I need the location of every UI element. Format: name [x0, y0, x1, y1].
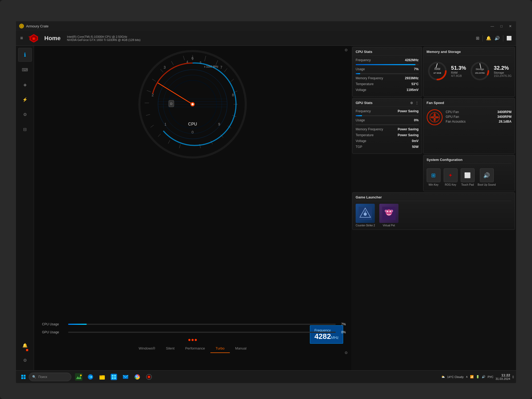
cpu-freq-label: Frequency	[356, 58, 371, 62]
svg-rect-79	[21, 375, 23, 377]
game-item-virtual-pet[interactable]: Virtual Pet	[379, 204, 398, 227]
mode-settings-icon[interactable]: ⚙	[344, 351, 348, 355]
svg-point-71	[364, 213, 367, 216]
network-icon[interactable]: 📶	[470, 375, 474, 379]
tab-performance[interactable]: Performance	[180, 344, 210, 353]
cpu-voltage-value: 1195mV	[406, 88, 418, 92]
tablet-icon[interactable]: ⬜	[506, 36, 512, 41]
rog-key-label: ROG Key	[445, 183, 456, 186]
svg-rect-93	[114, 377, 116, 379]
storage-detail: 153.2/476.3G	[494, 74, 512, 77]
boot-sound-icon-box: 🔊	[480, 168, 494, 182]
taskbar: 🔍 Поиск	[16, 370, 516, 383]
tab-turbo[interactable]: Turbo	[210, 344, 230, 353]
cpu-temp-row: Temperature 53°C	[356, 82, 419, 86]
grid-view-icon[interactable]: ⊞	[476, 36, 479, 41]
svg-line-31	[158, 134, 161, 137]
svg-point-49	[192, 103, 194, 105]
svg-point-97	[136, 376, 138, 378]
game-item-cs2[interactable]: Counter-Strike 2	[356, 204, 375, 227]
gpu-mem-freq-label: Memory Frequency	[356, 127, 383, 131]
taskbar-app-chrome[interactable]	[132, 372, 143, 382]
notifications-icon[interactable]: 🔔	[486, 36, 491, 41]
sys-config-touchpad[interactable]: ⬜ Touch Pad	[461, 168, 475, 186]
svg-text:3: 3	[164, 65, 166, 69]
svg-text:RAM: RAM	[434, 68, 440, 70]
gpu-voltage-label: Voltage	[356, 139, 366, 143]
taskbar-app-store[interactable]	[109, 372, 119, 382]
storage-gauge-svg: Storage 153.2/476G	[469, 60, 491, 82]
system-tray-chevron[interactable]: ∧	[466, 375, 468, 379]
app-container: ≡ ROG Home Intel(R) Core(TM) i5-10300H C…	[16, 31, 516, 370]
svg-text:Storage: Storage	[476, 68, 484, 70]
right-panel: CPU Stats Frequency 4282MHz Usage 7%	[351, 46, 516, 370]
fan-acoustics-value: 28.1dBA	[499, 120, 512, 123]
rog-key-icon-box: ✦	[444, 168, 458, 182]
svg-text:ROG: ROG	[28, 36, 32, 38]
taskbar-app-widget[interactable]	[73, 372, 84, 382]
hamburger-menu-icon[interactable]: ≡	[20, 35, 23, 41]
gpu-usage-bar	[68, 332, 336, 333]
cpu-stats-card: CPU Stats Frequency 4282MHz Usage 7%	[352, 47, 422, 97]
svg-point-77	[385, 210, 387, 212]
sys-config-win-key[interactable]: ⊞ Win Key	[427, 168, 440, 186]
sidebar-item-system[interactable]: ⊟	[18, 122, 32, 136]
taskbar-app-armoury[interactable]	[144, 372, 154, 382]
system-config-title: System Configuration	[427, 158, 512, 164]
sys-config-boot-sound[interactable]: 🔊 Boot Up Sound	[478, 168, 496, 186]
cs2-label: Counter-Strike 2	[356, 224, 375, 227]
rog-logo: ROG	[27, 34, 40, 43]
language-indicator[interactable]: РУС	[488, 375, 493, 379]
tab-silent[interactable]: Silent	[161, 344, 180, 353]
tab-manual[interactable]: Manual	[230, 344, 252, 353]
cpu-freq-bar	[356, 64, 419, 65]
gauge-settings-icon[interactable]: ⚙	[344, 48, 348, 52]
battery-icon[interactable]: 🔋	[476, 375, 480, 379]
win-key-icon: ⊞	[431, 172, 436, 178]
search-bar[interactable]: 🔍 Поиск	[29, 373, 71, 381]
ram-percent: 51.3%	[451, 65, 466, 71]
sidebar-item-home[interactable]: ℹ	[18, 48, 32, 62]
boot-sound-icon: 🔊	[483, 172, 490, 178]
maximize-button[interactable]: □	[499, 24, 504, 28]
close-button[interactable]: ✕	[508, 24, 513, 28]
taskbar-app-mail[interactable]	[120, 372, 131, 382]
sidebar: ℹ ⌨ ◈ ⚡ ⚙ ⊟	[16, 46, 34, 370]
fan-details: CPU Fan 3400RPM GPU Fan 3400RPM Fan Acou…	[446, 110, 512, 124]
sidebar-item-settings[interactable]: ⚙	[18, 107, 32, 121]
ram-detail: 4/7.8GB	[451, 74, 466, 77]
memory-storage-title: Memory and Storage	[427, 50, 512, 56]
gpu-usage-row: GPU Usage 0%	[42, 330, 346, 334]
notification-badge	[26, 349, 28, 351]
cpu-usage-stat-row: Usage 7%	[356, 67, 419, 71]
system-config-card: System Configuration ⊞ Win Key	[423, 155, 515, 191]
taskbar-app-edge[interactable]	[85, 372, 96, 382]
game-launcher-title: Game Launcher	[356, 195, 512, 201]
svg-rect-83	[75, 373, 82, 381]
window-title: Armoury Crate	[26, 24, 49, 28]
gpu-more-icon[interactable]: ⋮	[415, 101, 419, 105]
sidebar-item-devices[interactable]: ⌨	[18, 63, 32, 77]
warning-dot-2	[192, 339, 194, 341]
sidebar-item-lighting[interactable]: ⚡	[18, 93, 32, 106]
start-button[interactable]	[18, 372, 29, 382]
sidebar-item-gear[interactable]: ⚙	[18, 353, 32, 367]
sys-config-rog-key[interactable]: ✦ ROG Key	[444, 168, 458, 186]
gpu-usage-stat-value: 0%	[414, 118, 418, 122]
gpu-chip-icon[interactable]: ⊕	[410, 101, 413, 105]
gpu-fan-row: GPU Fan 3400RPM	[446, 115, 512, 119]
taskbar-app-explorer[interactable]	[97, 372, 107, 382]
sidebar-item-aura[interactable]: ◈	[18, 78, 32, 92]
minimize-button[interactable]: —	[489, 24, 495, 28]
fan-card-content: CPU Fan 3400RPM GPU Fan 3400RPM Fan Acou…	[427, 109, 512, 125]
sidebar-item-notifications-bell[interactable]: 🔔	[18, 338, 32, 352]
show-desktop-icon[interactable]: ▯	[512, 375, 514, 379]
volume-taskbar-icon[interactable]: 🔊	[482, 375, 485, 379]
cpu-usage-stat-bar-fill	[356, 73, 360, 74]
svg-line-19	[216, 60, 218, 65]
svg-line-35	[147, 90, 151, 92]
gpu-freq-bar	[356, 115, 419, 116]
tab-windows[interactable]: Windows®	[133, 344, 160, 353]
volume-icon[interactable]: 🔊	[494, 36, 500, 41]
clock[interactable]: 11:22 31.03.2024	[496, 373, 510, 380]
